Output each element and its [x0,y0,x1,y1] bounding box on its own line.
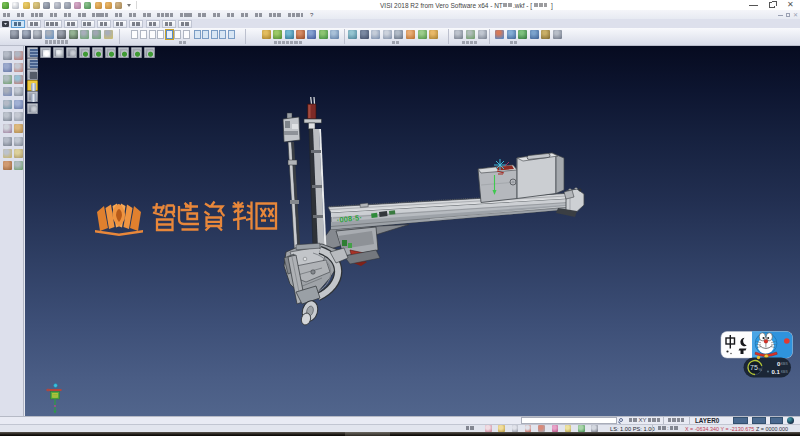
svg-text:KB/S: KB/S [781,362,788,366]
svg-text:0.1: 0.1 [772,369,781,375]
svg-text:75: 75 [750,364,758,371]
svg-text:%: % [758,367,762,372]
svg-text:KB/S: KB/S [781,370,788,374]
